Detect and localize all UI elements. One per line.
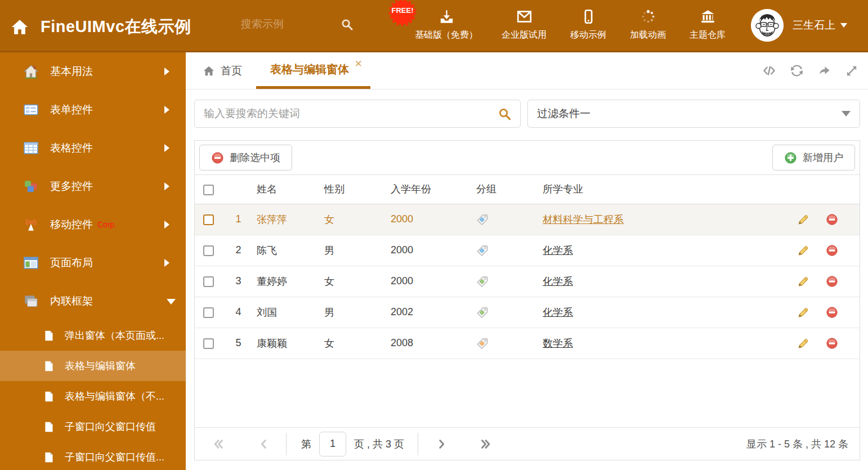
- mail-icon: [517, 9, 532, 24]
- nav-theme-repo[interactable]: 主题仓库: [678, 9, 737, 41]
- brand[interactable]: FineUIMvc在线示例: [10, 16, 191, 38]
- row-checkbox[interactable]: [203, 307, 214, 318]
- edit-icon[interactable]: [797, 337, 809, 349]
- row-name: 张萍萍: [257, 204, 324, 235]
- col-group: 分组: [476, 175, 543, 204]
- row-number: 2: [220, 235, 257, 266]
- divider: [418, 433, 418, 455]
- sidebar-item-iframe[interactable]: 内联框架: [0, 282, 186, 320]
- home-tab-icon: [203, 65, 215, 77]
- major-link[interactable]: 化学系: [543, 307, 573, 318]
- row-checkbox[interactable]: [203, 338, 214, 349]
- table-icon: [24, 141, 38, 155]
- code-icon[interactable]: [763, 64, 776, 77]
- major-link[interactable]: 数学系: [543, 338, 573, 349]
- search-placeholder: 输入要搜索的关键词: [204, 106, 300, 121]
- share-icon[interactable]: [818, 64, 831, 77]
- sidebar-item-label: 表单控件: [50, 102, 93, 117]
- col-gender: 性别: [324, 175, 391, 204]
- tab-home[interactable]: 首页: [203, 52, 242, 89]
- delete-button-label: 删除选中项: [230, 151, 280, 164]
- col-rownum: [220, 175, 257, 204]
- delete-icon[interactable]: [826, 244, 838, 256]
- user-menu[interactable]: 三生石上: [751, 9, 847, 42]
- edit-icon[interactable]: [797, 275, 809, 287]
- delete-icon[interactable]: [826, 337, 838, 349]
- sidebar-subitem-label: 表格与编辑窗体: [65, 359, 136, 373]
- form-icon: [24, 102, 38, 117]
- data-table: 姓名 性别 入学年份 分组 所学专业 1: [195, 175, 860, 359]
- nav-loading-animation[interactable]: 加载动画: [618, 9, 678, 41]
- sidebar-subitem[interactable]: 子窗口向父窗口传值...: [0, 442, 186, 470]
- sidebar-item-basic-usage[interactable]: 基本用法: [0, 52, 186, 91]
- row-checkbox[interactable]: [203, 214, 214, 225]
- major-link[interactable]: 材料科学与工程系: [543, 214, 624, 225]
- dropdown-value: 过滤条件一: [537, 106, 590, 121]
- prev-page-icon[interactable]: [258, 438, 270, 450]
- avatar-face-icon: [751, 9, 784, 42]
- nav-enterprise-trial[interactable]: 企业版试用: [490, 9, 558, 41]
- row-checkbox[interactable]: [203, 276, 214, 287]
- divider: [286, 433, 287, 455]
- sidebar-item-more-controls[interactable]: 更多控件: [0, 167, 186, 205]
- row-name: 刘国: [257, 297, 324, 328]
- add-user-button[interactable]: 新增用户: [772, 145, 855, 171]
- expand-icon[interactable]: [845, 64, 858, 77]
- row-number: 4: [220, 297, 257, 328]
- delete-icon[interactable]: [826, 275, 838, 287]
- page-number-input[interactable]: [319, 432, 346, 456]
- row-checkbox[interactable]: [203, 245, 214, 256]
- last-page-icon[interactable]: [479, 438, 491, 450]
- first-page-icon[interactable]: [213, 438, 225, 450]
- close-icon[interactable]: ✕: [355, 59, 363, 69]
- sidebar-item-mobile-controls[interactable]: 移动控件 Corp.: [0, 205, 186, 244]
- cubes-icon: [24, 179, 38, 194]
- sidebar-subitem[interactable]: 表格与编辑窗体: [0, 351, 186, 381]
- tag-icon: [476, 306, 489, 317]
- sidebar-subitem-label: 表格与编辑窗体（不...: [65, 390, 164, 403]
- antenna-icon: [24, 217, 38, 232]
- sidebar-item-page-layout[interactable]: 页面布局: [0, 244, 186, 282]
- major-link[interactable]: 化学系: [543, 276, 573, 287]
- major-link[interactable]: 化学系: [543, 245, 573, 256]
- sidebar-item-label: 更多控件: [50, 179, 93, 194]
- keyword-search-input[interactable]: 输入要搜索的关键词: [194, 100, 521, 128]
- table-row[interactable]: 2 陈飞 男 2000 化学系: [195, 235, 860, 266]
- row-gender: 男: [324, 297, 391, 328]
- sidebar-item-label: 页面布局: [50, 256, 93, 270]
- sidebar-item-form-controls[interactable]: 表单控件: [0, 91, 186, 129]
- search-icon[interactable]: [498, 108, 511, 120]
- delete-selected-button[interactable]: 删除选中项: [199, 145, 292, 171]
- edit-icon[interactable]: [797, 244, 809, 256]
- next-page-icon[interactable]: [435, 438, 448, 450]
- table-row[interactable]: 4 刘国 男 2002 化学系: [195, 297, 860, 328]
- sidebar-subitem[interactable]: 表格与编辑窗体（不...: [0, 381, 186, 411]
- header-search-input[interactable]: 搜索示例: [241, 17, 354, 32]
- avatar[interactable]: [751, 9, 784, 42]
- select-all-checkbox[interactable]: [203, 185, 214, 195]
- home-icon: [10, 17, 29, 37]
- delete-icon[interactable]: [826, 213, 838, 225]
- grid-panel: 删除选中项 新增用户 姓名 性别: [194, 140, 860, 460]
- row-gender: 女: [324, 328, 391, 359]
- search-icon[interactable]: [341, 18, 354, 31]
- table-row[interactable]: 5 康颖颖 女 2008 数学系: [195, 328, 860, 359]
- delete-icon[interactable]: [826, 306, 838, 318]
- layout-icon: [24, 256, 38, 270]
- sidebar-item-grid-controls[interactable]: 表格控件: [0, 129, 186, 167]
- chevron-down-icon: [167, 299, 176, 309]
- tab-grid-edit-window[interactable]: 表格与编辑窗体 ✕: [256, 52, 370, 89]
- table-row[interactable]: 3 董婷婷 女 2000 化学系: [195, 266, 860, 297]
- page-label-prefix: 第: [301, 437, 311, 451]
- table-row[interactable]: 1 张萍萍 女 2000 材料科学与工程系: [195, 204, 860, 235]
- refresh-icon[interactable]: [790, 64, 803, 77]
- sidebar-subitem[interactable]: 子窗口向父窗口传值: [0, 411, 186, 442]
- nav-mobile-demo[interactable]: 移动示例: [558, 9, 618, 41]
- edit-icon[interactable]: [797, 306, 809, 318]
- filter-dropdown[interactable]: 过滤条件一: [527, 100, 860, 128]
- nav-basic-free[interactable]: 基础版（免费）: [403, 9, 490, 41]
- edit-icon[interactable]: [797, 213, 809, 225]
- sidebar-subitem[interactable]: 弹出窗体（本页面或...: [0, 320, 186, 351]
- file-icon: [43, 330, 55, 342]
- row-gender: 女: [324, 266, 391, 297]
